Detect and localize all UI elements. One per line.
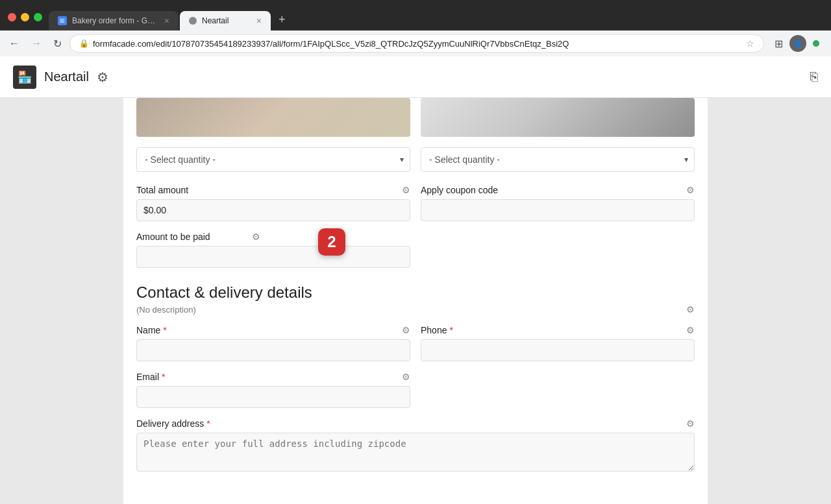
name-group: Name * ⚙ — [136, 325, 410, 361]
user-avatar: 👤 — [789, 35, 806, 52]
phone-input[interactable] — [421, 339, 695, 361]
url-text: formfacade.com/edit/10787073545418923393… — [93, 39, 742, 49]
tab-bakery-order-form[interactable]: ⊞ Bakery order form - Google Fo... × — [49, 11, 179, 30]
quantity-row: - Select quantity - ▾ - Select quantity … — [136, 147, 695, 172]
name-phone-row: Name * ⚙ Phone * ⚙ — [136, 325, 695, 361]
browser-tabs: ⊞ Bakery order form - Google Fo... × Nea… — [49, 9, 292, 30]
window-controls — [8, 13, 42, 21]
email-label-row: Email * ⚙ — [136, 372, 410, 382]
tab-neartail[interactable]: Neartail × — [180, 11, 271, 30]
email-filler — [421, 372, 695, 408]
delivery-address-input[interactable] — [136, 433, 695, 472]
section-settings-icon[interactable]: ⚙ — [686, 304, 695, 315]
product-image-left — [136, 98, 410, 137]
total-amount-input[interactable] — [136, 199, 410, 221]
section-desc-text: (No description) — [136, 305, 196, 315]
amount-filler — [421, 232, 695, 268]
amount-to-be-paid-label: Amount to be paid — [136, 232, 210, 242]
profile-icon[interactable]: 👤 — [789, 35, 806, 52]
total-amount-label: Total amount — [136, 185, 188, 195]
apply-coupon-label: Apply coupon code — [421, 185, 498, 195]
phone-settings-icon[interactable]: ⚙ — [686, 325, 695, 335]
phone-required-star: * — [449, 325, 453, 335]
bookmark-icon[interactable]: ☆ — [746, 38, 754, 49]
name-input[interactable] — [136, 339, 410, 361]
tab-close-2[interactable]: × — [256, 16, 262, 25]
email-row: Email * ⚙ — [136, 372, 695, 408]
name-required-star: * — [163, 325, 166, 335]
browser-action-icons: ⊞ 👤 — [768, 35, 826, 52]
maximize-window-btn[interactable] — [34, 13, 42, 21]
amount-to-be-paid-label-row: Amount to be paid 2 ⚙ — [136, 232, 410, 242]
browser-chrome: ⊞ Bakery order form - Google Fo... × Nea… — [0, 0, 831, 30]
phone-group: Phone * ⚙ — [421, 325, 695, 361]
section-description: (No description) ⚙ — [136, 304, 695, 315]
amount-to-be-paid-section: Amount to be paid 2 ⚙ — [136, 232, 695, 268]
annotation-badge-2: 2 — [318, 228, 345, 256]
status-dot — [813, 40, 819, 47]
app-header-left: 🏪 Neartail ⚙ — [13, 66, 108, 89]
minimize-window-btn[interactable] — [21, 13, 29, 21]
extensions-icon[interactable]: ⊞ — [775, 38, 783, 50]
app-header: 🏪 Neartail ⚙ ⎘ — [0, 56, 831, 98]
product-images — [136, 98, 695, 137]
tab-label-2: Neartail — [202, 16, 251, 25]
email-required-star: * — [162, 372, 165, 382]
delivery-address-label-row: Delivery address * ⚙ — [136, 418, 695, 429]
amount-settings-icon[interactable]: ⚙ — [252, 232, 260, 242]
email-settings-icon[interactable]: ⚙ — [402, 372, 410, 382]
quantity-dropdown-right[interactable]: - Select quantity - — [421, 147, 695, 172]
total-amount-settings-icon[interactable]: ⚙ — [402, 185, 410, 195]
store-icon: 🏪 — [13, 66, 36, 89]
name-settings-icon[interactable]: ⚙ — [402, 325, 410, 335]
delivery-address-group: Delivery address * ⚙ — [136, 418, 695, 474]
total-amount-group: Total amount ⚙ — [136, 185, 410, 221]
name-label: Name — [136, 325, 160, 335]
tab-favicon-1: ⊞ — [58, 16, 67, 25]
app-title: Neartail — [44, 69, 89, 84]
quantity-dropdown-left[interactable]: - Select quantity - — [136, 147, 410, 172]
reload-button[interactable]: ↻ — [49, 36, 66, 51]
forward-button[interactable]: → — [27, 36, 45, 51]
settings-button[interactable]: ⚙ — [97, 69, 108, 85]
new-tab-button[interactable]: + — [272, 9, 292, 30]
delivery-address-required-star: * — [206, 418, 210, 429]
quantity-select-left: - Select quantity - ▾ — [136, 147, 410, 172]
contact-delivery-heading: Contact & delivery details — [136, 283, 695, 302]
tab-close-1[interactable]: × — [164, 16, 169, 25]
product-image-right — [421, 98, 695, 137]
back-button[interactable]: ← — [5, 36, 23, 51]
email-label: Email — [136, 372, 159, 382]
total-coupon-row: Total amount ⚙ Apply coupon code ⚙ — [136, 185, 695, 221]
share-button[interactable]: ⎘ — [810, 69, 818, 84]
name-label-row: Name * ⚙ — [136, 325, 410, 335]
quantity-select-right: - Select quantity - ▾ — [421, 147, 695, 172]
amount-to-be-paid-group: Amount to be paid 2 ⚙ — [136, 232, 410, 268]
email-input[interactable] — [136, 386, 410, 408]
total-amount-label-row: Total amount ⚙ — [136, 185, 410, 195]
tab-label-1: Bakery order form - Google Fo... — [72, 16, 159, 25]
close-window-btn[interactable] — [8, 13, 16, 21]
address-bar[interactable]: 🔒 formfacade.com/edit/107870735454189233… — [69, 34, 764, 53]
delivery-address-settings-icon[interactable]: ⚙ — [686, 418, 695, 429]
amount-to-be-paid-input[interactable] — [136, 246, 410, 268]
main-content: - Select quantity - ▾ - Select quantity … — [123, 98, 708, 504]
delivery-address-label: Delivery address — [136, 418, 204, 429]
phone-label: Phone — [421, 325, 447, 335]
delivery-address-row: Delivery address * ⚙ — [136, 418, 695, 474]
browser-nav-bar: ← → ↻ 🔒 formfacade.com/edit/107870735454… — [0, 30, 831, 56]
apply-coupon-group: Apply coupon code ⚙ — [421, 185, 695, 221]
tab-favicon-2 — [189, 17, 197, 25]
email-group: Email * ⚙ — [136, 372, 410, 408]
phone-label-row: Phone * ⚙ — [421, 325, 695, 335]
apply-coupon-label-row: Apply coupon code ⚙ — [421, 185, 695, 195]
apply-coupon-input[interactable] — [421, 199, 695, 221]
coupon-settings-icon[interactable]: ⚙ — [686, 185, 695, 195]
lock-icon: 🔒 — [79, 39, 89, 48]
